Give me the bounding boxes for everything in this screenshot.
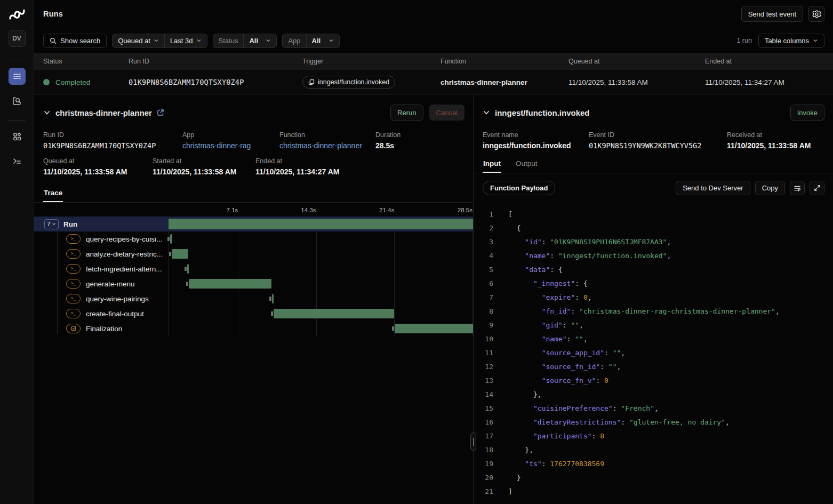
column-header-queued-at: Queued at [559,58,696,65]
send-to-dev-server-button[interactable]: Send to Dev Server [676,181,750,195]
code-line: 18 }, [483,443,833,457]
table-columns-button[interactable]: Table columns [758,34,824,48]
code-text: "name": "", [508,335,588,343]
line-number: 21 [483,487,493,495]
trace-row-query-recipes-by-cuisi[interactable]: >_query-recipes-by-cuisi... [34,231,473,246]
table-row[interactable]: Completed 01K9PN8S6BZAMM170QTSXY0Z4P inn… [34,70,833,95]
code-line: 13 "source_fn_v": 0 [483,373,833,387]
time-range-value: Last 3d [170,37,193,45]
step-terminal-icon: >_ [66,309,81,318]
show-search-button[interactable]: Show search [43,34,107,48]
sidebar-item-dev-console[interactable] [9,153,26,170]
field-value: 11/10/2025, 11:33:58 AM [727,141,833,150]
field-label: App [182,131,279,139]
sidebar-item-runs[interactable] [9,68,26,85]
code-line: 17 "participants": 8 [483,429,833,443]
trace-span-bar[interactable] [170,234,173,244]
field-label: Function [279,131,375,139]
time-range-dropdown[interactable]: Last 3d [164,34,207,47]
sidebar: DV [0,0,34,504]
tab-input[interactable]: Input [483,156,501,173]
status-filter-value: All [249,37,258,45]
trace-span-bar[interactable] [172,249,188,259]
function-link[interactable]: christmas-dinner-planner [279,141,375,150]
tab-trace[interactable]: Trace [43,186,63,202]
ended-at-cell: 11/10/2025, 11:34:27 AM [705,78,784,86]
app-link[interactable]: christmas-dinner-rag [182,141,279,150]
sidebar-item-apps[interactable] [9,128,26,145]
word-wrap-button[interactable] [790,181,805,195]
sidebar-divider [9,120,26,121]
filter-bar: Show search Queued at Last 3d Status [34,28,833,53]
trace-axis: 7.1s14.3s21.4s28.5s [169,205,473,217]
line-number: 2 [483,224,493,232]
trace-span-bar[interactable] [187,264,189,274]
line-number: 16 [483,418,493,426]
step-count-badge[interactable]: 7 [44,219,59,229]
trace-span-bar[interactable] [395,324,473,333]
code-block[interactable]: 1[2 {3 "id": "01K9PN8S19PH16N6STJMF87AA3… [474,201,833,504]
status-filter[interactable]: Status All [213,34,277,48]
invoke-button[interactable]: Invoke [790,105,824,121]
trace-row-analyze-dietary-restric[interactable]: >_analyze-dietary-restric... [34,246,473,261]
trace-row-query-wine-pairings[interactable]: >_query-wine-pairings [34,291,473,306]
trace-tabbar: Trace [34,186,473,203]
column-header-status: Status [34,58,119,65]
code-text: "source_fn_id": "", [508,363,621,371]
code-text: { [508,224,520,232]
send-test-event-button[interactable]: Send test event [741,6,803,22]
app-filter[interactable]: App All [282,34,339,48]
code-line: 10 "name": "", [483,332,833,346]
cancel-button[interactable]: Cancel [429,105,464,121]
chevron-down-icon [196,38,202,43]
trace-row-finalization[interactable]: Finalization [34,321,473,336]
settings-button[interactable] [808,6,824,22]
env-badge[interactable]: DV [9,30,26,47]
field-app: App christmas-dinner-rag [182,131,279,150]
trace-row-run[interactable]: 7Run [34,217,473,231]
trace-row-fetch-ingredient-altern[interactable]: >_fetch-ingredient-altern... [34,261,473,276]
trace-span-bar[interactable] [189,279,271,289]
trace-row-label: Finalization [86,325,122,333]
code-line: 6 "_inngest": { [483,276,833,290]
code-text: "source_fn_v": 0 [508,377,608,385]
line-number: 12 [483,363,493,371]
field-label: Event ID [589,131,727,139]
trace-row-label: generate-menu [86,280,135,288]
run-meta-row-1: Run ID 01K9PN8S6BZAMM170QTSXY0Z4P App ch… [34,131,473,150]
line-number: 13 [483,377,493,385]
app-filter-label: App [288,37,300,45]
copy-button[interactable]: Copy [755,181,785,195]
line-number: 8 [483,307,493,315]
queued-at-dropdown[interactable]: Queued at [113,34,164,47]
axis-tick-label: 14.3s [301,207,316,213]
function-cell: christmas-dinner-planner [440,78,527,86]
column-header-run-id: Run ID [119,58,293,65]
external-link-icon[interactable] [157,109,164,116]
run-count: 1 run [736,37,752,44]
rerun-button[interactable]: Rerun [390,105,423,121]
trace-span-bar[interactable] [274,309,394,318]
tab-output[interactable]: Output [515,156,538,173]
trace-row-generate-menu[interactable]: >_generate-menu [34,276,473,291]
run-id-cell: 01K9PN8S6BZAMM170QTSXY0Z4P [129,78,244,86]
chevron-down-icon [813,38,818,43]
run-status: Completed [55,78,90,86]
function-payload-badge: Function Payload [483,181,555,195]
code-text: "ts": 1762770838569 [508,460,604,468]
collapse-run-chevron-icon[interactable] [43,109,51,116]
line-number: 10 [483,335,493,343]
line-number: 5 [483,266,493,274]
event-tabbar: Input Output [474,156,833,173]
trace-row-create-final-output[interactable]: >_create-final-output [34,306,473,321]
expand-button[interactable] [810,181,824,195]
trigger-pill[interactable]: inngest/function.invoked [302,76,395,89]
queued-at-cell: 11/10/2025, 11:33:58 AM [568,78,648,86]
panel-resize-handle[interactable] [470,433,476,451]
code-line: 21] [483,484,833,498]
axis-tick-label: 21.4s [379,207,395,213]
trace-span-bar[interactable] [169,219,473,229]
sidebar-item-event-inspector[interactable] [9,92,26,109]
trace-span-bar[interactable] [272,294,274,303]
collapse-event-chevron-icon[interactable] [483,109,490,116]
